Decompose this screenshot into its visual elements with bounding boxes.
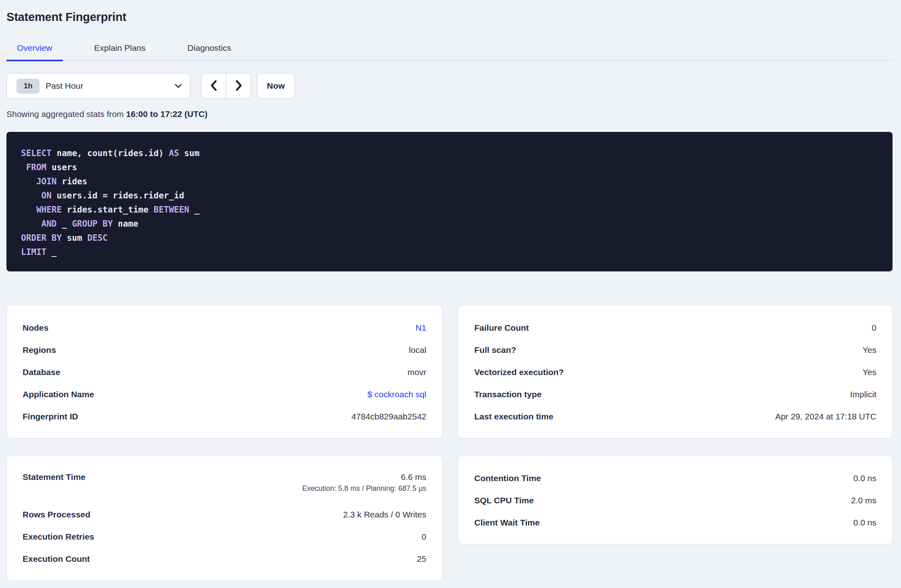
stat-row: Execution Retries0 bbox=[23, 525, 426, 548]
stat-label: Transaction type bbox=[474, 390, 542, 399]
stat-value-wrap: Implicit bbox=[850, 390, 876, 399]
stat-value-wrap: N1 bbox=[415, 323, 426, 333]
stat-row: Statement Time6.6 msExecution: 5.8 ms / … bbox=[23, 467, 426, 503]
stat-row: Databasemovr bbox=[23, 361, 426, 383]
stat-label: Fingerprint ID bbox=[23, 412, 78, 421]
stat-row: Execution Count25 bbox=[23, 548, 426, 570]
stat-label: SQL CPU Time bbox=[474, 496, 534, 505]
now-button[interactable]: Now bbox=[257, 73, 295, 99]
stat-value-wrap: $ cockroach sql bbox=[367, 390, 426, 399]
chevron-down-icon bbox=[175, 83, 182, 88]
stat-value: Yes bbox=[863, 367, 876, 377]
stat-row: NodesN1 bbox=[23, 317, 426, 339]
stat-row: Regionslocal bbox=[23, 339, 426, 361]
sql-line: AND _ GROUP BY name bbox=[21, 217, 878, 231]
sql-statement-text: SELECT name, count(rides.id) AS sum FROM… bbox=[21, 146, 878, 259]
stat-value-wrap: 25 bbox=[417, 554, 426, 564]
stat-value-wrap: 0.0 ns bbox=[853, 473, 876, 483]
sql-line: ORDER BY sum DESC bbox=[21, 231, 878, 245]
stat-value: Yes bbox=[863, 345, 876, 355]
stat-row: Rows Processed2.3 k Reads / 0 Writes bbox=[23, 503, 426, 525]
stat-row: Last execution timeApr 29, 2024 at 17:18… bbox=[474, 405, 876, 427]
stat-subvalue: Execution: 5.8 ms / Planning: 687.5 µs bbox=[302, 484, 426, 493]
tab-bar: OverviewExplain PlansDiagnostics bbox=[6, 38, 893, 61]
stat-value: movr bbox=[407, 367, 426, 377]
tab-diagnostics[interactable]: Diagnostics bbox=[177, 38, 242, 61]
next-range-button[interactable] bbox=[226, 73, 251, 98]
stat-label: Nodes bbox=[23, 323, 48, 333]
stat-row: Client Wait Time0.0 ns bbox=[474, 511, 876, 534]
stat-value: 2.3 k Reads / 0 Writes bbox=[343, 510, 426, 519]
stat-label: Statement Time bbox=[23, 472, 86, 482]
stat-value: Apr 29, 2024 at 17:18 UTC bbox=[775, 412, 876, 421]
stat-row: Contention Time0.0 ns bbox=[474, 467, 876, 489]
stat-row: Application Name$ cockroach sql bbox=[23, 383, 426, 405]
card-timing-right: Contention Time0.0 nsSQL CPU Time2.0 msC… bbox=[458, 456, 893, 544]
time-range-arrows bbox=[201, 73, 251, 99]
stats-line-range: 16:00 to 17:22 (UTC) bbox=[126, 109, 208, 119]
stat-value: 4784cb829aab2542 bbox=[351, 412, 426, 421]
card-details-right: Failure Count0Full scan?YesVectorized ex… bbox=[458, 305, 893, 438]
stat-value: 0.0 ns bbox=[853, 473, 876, 483]
stat-label: Execution Retries bbox=[23, 532, 94, 542]
time-range-badge: 1h bbox=[17, 79, 40, 94]
stat-value-wrap: 6.6 msExecution: 5.8 ms / Planning: 687.… bbox=[302, 472, 426, 493]
statement-fingerprint-page: Statement Fingerprint OverviewExplain Pl… bbox=[0, 0, 901, 581]
stat-value-link[interactable]: N1 bbox=[415, 323, 426, 333]
stats-line-prefix: Showing aggregated stats from bbox=[6, 109, 126, 119]
stat-value-wrap: 4784cb829aab2542 bbox=[351, 412, 426, 421]
stat-value: 0 bbox=[872, 323, 876, 333]
sql-line: SELECT name, count(rides.id) AS sum bbox=[21, 146, 878, 161]
stat-value: local bbox=[409, 345, 426, 355]
card-details-left: NodesN1RegionslocalDatabasemovrApplicati… bbox=[6, 305, 442, 438]
stat-row: Fingerprint ID4784cb829aab2542 bbox=[23, 405, 426, 427]
time-range-picker[interactable]: 1h Past Hour bbox=[6, 73, 190, 99]
time-range-label: Past Hour bbox=[46, 81, 175, 91]
stat-value: 2.0 ms bbox=[851, 496, 876, 505]
prev-range-button[interactable] bbox=[202, 73, 226, 98]
sql-line: ON users.id = rides.rider_id bbox=[21, 189, 878, 203]
stat-value: Implicit bbox=[850, 390, 876, 399]
stat-row: Full scan?Yes bbox=[474, 339, 876, 361]
stat-value: 6.6 ms bbox=[302, 472, 426, 482]
stat-label: Application Name bbox=[23, 390, 94, 399]
stat-label: Client Wait Time bbox=[474, 518, 540, 528]
stat-value-wrap: Yes bbox=[863, 367, 876, 377]
stat-label: Failure Count bbox=[474, 323, 529, 333]
chevron-right-icon bbox=[234, 79, 243, 93]
stat-value: 0.0 ns bbox=[853, 518, 876, 528]
stat-label: Last execution time bbox=[474, 412, 553, 421]
page-title: Statement Fingerprint bbox=[6, 0, 893, 24]
card-timing-left: Statement Time6.6 msExecution: 5.8 ms / … bbox=[6, 456, 442, 581]
stat-label: Full scan? bbox=[474, 345, 516, 355]
stat-value-wrap: movr bbox=[407, 367, 426, 377]
stat-value-wrap: 2.0 ms bbox=[851, 496, 876, 505]
stat-value-wrap: Apr 29, 2024 at 17:18 UTC bbox=[775, 412, 876, 421]
stat-value: 0 bbox=[421, 532, 426, 542]
stat-label: Regions bbox=[23, 345, 56, 355]
sql-line: JOIN rides bbox=[21, 175, 878, 189]
tab-overview[interactable]: Overview bbox=[6, 38, 63, 61]
stat-label: Execution Count bbox=[23, 554, 90, 564]
stat-row: SQL CPU Time2.0 ms bbox=[474, 489, 876, 511]
stat-value-link[interactable]: $ cockroach sql bbox=[367, 390, 426, 399]
stat-label: Rows Processed bbox=[23, 510, 90, 519]
sql-line: FROM users bbox=[21, 161, 878, 175]
time-toolbar: 1h Past Hour Now bbox=[6, 73, 893, 99]
stat-row: Transaction typeImplicit bbox=[474, 383, 876, 405]
stat-label: Contention Time bbox=[474, 473, 541, 483]
stat-row: Vectorized execution?Yes bbox=[474, 361, 876, 383]
chevron-left-icon bbox=[209, 79, 218, 93]
stat-value-wrap: Yes bbox=[863, 345, 876, 355]
sql-statement-box: SELECT name, count(rides.id) AS sum FROM… bbox=[6, 132, 893, 271]
sql-line: LIMIT _ bbox=[21, 245, 878, 259]
stat-value-wrap: 0 bbox=[421, 532, 426, 542]
stat-value: 25 bbox=[417, 554, 426, 564]
stat-row: Failure Count0 bbox=[474, 317, 876, 339]
stat-value-wrap: local bbox=[409, 345, 426, 355]
sql-line: WHERE rides.start_time BETWEEN _ bbox=[21, 203, 878, 217]
stat-value-wrap: 2.3 k Reads / 0 Writes bbox=[343, 510, 426, 519]
tab-explain-plans[interactable]: Explain Plans bbox=[84, 38, 156, 61]
aggregated-stats-line: Showing aggregated stats from 16:00 to 1… bbox=[6, 109, 893, 119]
stat-value-wrap: 0 bbox=[872, 323, 876, 333]
